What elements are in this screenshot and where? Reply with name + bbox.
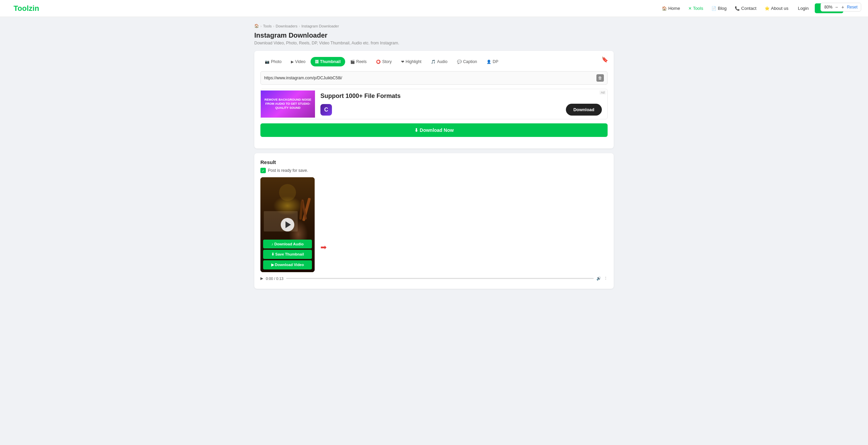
progress-time: 0:00 / 0:13 [266,277,283,281]
video-player-container: ♪ Download Audio ⬇ Save Thumbnail ▶ Down… [260,177,315,272]
ad-title: Support 1000+ File Formats [320,93,602,100]
tab-thumbnail-label: Thumbnail [320,59,341,64]
result-video-wrapper: ♪ Download Audio ⬇ Save Thumbnail ▶ Down… [260,177,608,272]
ad-banner: Ad REMOVE BACKGROUND NOISE FROM AUDIO TO… [260,89,608,119]
ad-label: Ad [599,90,606,95]
breadcrumb-tools[interactable]: Tools [263,24,272,28]
tab-reels[interactable]: 🎬 Reels [346,57,371,66]
status-text: Post is ready for save. [268,168,308,173]
nav-label-blog: Blog [718,6,727,11]
more-options-icon[interactable]: ⋮ [604,276,608,281]
tab-dp[interactable]: 👤 DP [482,57,503,66]
tab-audio[interactable]: 🎵 Audio [427,57,452,66]
nav-item-about[interactable]: ⭐About us [761,4,792,13]
tab-thumbnail[interactable]: 🖼 Thumbnail [311,57,345,66]
nav-label-about: About us [771,6,788,11]
download-video-button[interactable]: ▶ Download Video [263,260,312,269]
result-status: ✓ Post is ready for save. [260,168,608,173]
thumbnail-tab-icon: 🖼 [315,60,319,64]
url-clear-button[interactable]: 🗑 [596,74,604,82]
page-subtitle: Download Video, Photo, Reels, DP, Video … [254,41,614,45]
progress-track[interactable] [286,278,594,279]
video-actions: ♪ Download Audio ⬇ Save Thumbnail ▶ Down… [260,237,315,272]
main-card: 🔖 📷 Photo ▶ Video 🖼 Thumbnail 🎬 Reels ⭕ … [254,51,614,148]
caption-tab-icon: 💬 [457,60,462,64]
tab-video[interactable]: ▶ Video [287,57,310,66]
download-audio-button[interactable]: ♪ Download Audio [263,240,312,248]
nav-item-home[interactable]: 🏠Home [658,4,684,13]
brand-logo[interactable]: Toolzin [14,4,39,13]
nav-item-login[interactable]: Login [793,4,813,13]
nav-label-tools: Tools [693,6,703,11]
arrow-indicator: ➡ [320,243,327,252]
tab-video-label: Video [295,59,305,64]
ad-logo: C [320,104,332,116]
brand-suffix: zin [29,4,39,13]
tab-photo-label: Photo [271,59,281,64]
main-content: 🏠 › Tools › Downloaders › Instagram Down… [248,17,620,296]
nav-item-tools[interactable]: ✕Tools [685,4,707,13]
zoom-reset-button[interactable]: Reset [847,5,857,9]
contact-icon: 📞 [735,6,740,11]
tab-story-label: Story [382,59,392,64]
ad-footer: C Download [320,104,602,116]
zoom-out-button[interactable]: − [834,4,839,10]
tab-reels-label: Reels [356,59,367,64]
highlight-tab-icon: ❤ [401,60,404,64]
tools-icon: ✕ [688,6,692,11]
tab-dp-label: DP [493,59,498,64]
tab-caption[interactable]: 💬 Caption [453,57,481,66]
home-icon: 🏠 [662,6,667,11]
nav-label-home: Home [668,6,680,11]
nav-item-blog[interactable]: 📄Blog [708,4,730,13]
dp-tab-icon: 👤 [487,60,491,64]
about-icon: ⭐ [765,6,770,11]
ad-download-button[interactable]: Download [566,104,602,116]
photo-tab-icon: 📷 [265,60,270,64]
story-tab-icon: ⭕ [376,60,381,64]
url-input-row: 🗑 [260,71,608,85]
tab-highlight-label: Highlight [406,59,421,64]
breadcrumb: 🏠 › Tools › Downloaders › Instagram Down… [254,24,614,28]
tab-audio-label: Audio [437,59,448,64]
result-title: Result [260,159,608,165]
status-icon: ✓ [260,168,266,173]
video-tab-icon: ▶ [291,60,294,64]
url-input[interactable] [264,76,596,80]
breadcrumb-home[interactable]: 🏠 [254,24,259,28]
video-progress-bar: ▶ 0:00 / 0:13 🔊 ⋮ [260,274,608,283]
bookmark-icon[interactable]: 🔖 [601,56,608,63]
brand-prefix: Tool [14,4,29,13]
breadcrumb-current: Instagram Downloader [301,24,339,28]
video-container: ♪ Download Audio ⬇ Save Thumbnail ▶ Down… [260,177,315,272]
zoom-bar: 80% − + Reset [821,3,861,12]
volume-icon[interactable]: 🔊 [596,276,601,281]
download-now-button[interactable]: ⬇ Download Now [260,123,608,137]
ad-image: REMOVE BACKGROUND NOISE FROM AUDIO TO GE… [261,90,315,118]
navbar: Toolzin 🏠Home ✕Tools 📄Blog 📞Contact ⭐Abo… [0,0,868,17]
nav-label-contact: Contact [741,6,756,11]
zoom-level: 80% [824,5,832,9]
zoom-in-button[interactable]: + [841,4,845,10]
result-section: Result ✓ Post is ready for save. [254,153,614,289]
blog-icon: 📄 [711,6,716,11]
breadcrumb-downloaders[interactable]: Downloaders [276,24,297,28]
play-button[interactable] [281,218,294,231]
tab-caption-label: Caption [463,59,477,64]
login-button[interactable]: Login [793,4,813,13]
tab-story[interactable]: ⭕ Story [372,57,396,66]
save-thumbnail-button[interactable]: ⬇ Save Thumbnail [263,250,312,259]
reels-tab-icon: 🎬 [350,60,355,64]
tab-bar: 📷 Photo ▶ Video 🖼 Thumbnail 🎬 Reels ⭕ St… [260,57,608,66]
page-title: Instagram Downloader [254,32,614,39]
tab-photo[interactable]: 📷 Photo [260,57,286,66]
nav-item-contact[interactable]: 📞Contact [731,4,760,13]
tab-highlight[interactable]: ❤ Highlight [397,57,426,66]
ad-content: Support 1000+ File Formats C Download [315,89,607,119]
audio-tab-icon: 🎵 [431,60,436,64]
play-pause-icon[interactable]: ▶ [260,276,263,281]
